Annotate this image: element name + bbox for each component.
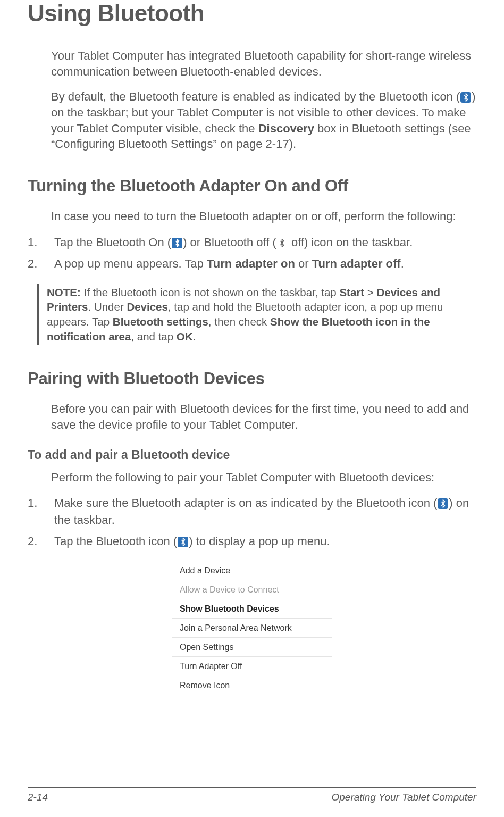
page-title: Using Bluetooth bbox=[28, 0, 476, 27]
step-number: 2. bbox=[28, 533, 37, 550]
context-menu-item[interactable]: Join a Personal Area Network bbox=[172, 619, 332, 638]
section3-intro: Before you can pair with Bluetooth devic… bbox=[51, 401, 476, 432]
step-2: 2. Tap the Bluetooth icon () to display … bbox=[28, 533, 476, 550]
bluetooth-context-menu: Add a DeviceAllow a Device to ConnectSho… bbox=[172, 561, 332, 695]
s2-step2-b: or bbox=[295, 257, 312, 270]
subheading-add-pair: To add and pair a Bluetooth device bbox=[28, 448, 476, 462]
context-menu-item: Allow a Device to Connect bbox=[172, 580, 332, 599]
step-1: 1. Make sure the Bluetooth adapter is on… bbox=[28, 495, 476, 529]
bluetooth-on-icon bbox=[438, 498, 448, 509]
step-number: 1. bbox=[28, 495, 37, 512]
note-start: Start bbox=[339, 286, 364, 298]
bluetooth-on-icon bbox=[178, 537, 188, 547]
note-devices: Devices bbox=[127, 301, 168, 313]
s3-step2-a: Tap the Bluetooth icon ( bbox=[54, 535, 177, 548]
intro-paragraph-2: By default, the Bluetooth feature is ena… bbox=[51, 89, 476, 152]
note-bluetooth-settings: Blue­tooth settings bbox=[113, 315, 208, 328]
steps-pairing: 1. Make sure the Bluetooth adapter is on… bbox=[28, 495, 476, 550]
context-menu-item[interactable]: Open Settings bbox=[172, 638, 332, 657]
page-footer: 2-14 Operating Your Tablet Computer bbox=[28, 787, 476, 803]
note-gt: > bbox=[364, 286, 376, 298]
note-ok: OK bbox=[177, 330, 193, 343]
footer-page-number: 2-14 bbox=[28, 791, 48, 803]
s2-step1-b: ) or Bluetooth off ( bbox=[183, 236, 276, 249]
step-number: 2. bbox=[28, 255, 37, 272]
s2-step2-bold1: Turn adapter on bbox=[207, 257, 295, 270]
note-c: . Under bbox=[88, 301, 127, 313]
note-e: , then check bbox=[208, 315, 270, 328]
note-f: , and tap bbox=[131, 330, 176, 343]
context-menu-item[interactable]: Add a Device bbox=[172, 561, 332, 580]
s2-step1-a: Tap the Bluetooth On ( bbox=[54, 236, 171, 249]
bluetooth-on-icon bbox=[460, 92, 471, 103]
note-label: NOTE: bbox=[47, 286, 81, 298]
s2-step1-c: off) icon on the taskbar. bbox=[288, 236, 413, 249]
footer-chapter-title: Operating Your Tablet Computer bbox=[331, 791, 476, 803]
s3-step2-b: ) to display a pop up menu. bbox=[189, 535, 330, 548]
s2-step2-a: A pop up menu appears. Tap bbox=[54, 257, 207, 270]
step-number: 1. bbox=[28, 234, 37, 251]
context-menu-item[interactable]: Turn Adapter Off bbox=[172, 657, 332, 676]
note-callout: NOTE: If the Bluetooth icon is not shown… bbox=[37, 284, 476, 345]
intro2-bold-discovery: Discovery bbox=[258, 122, 314, 135]
note-g: . bbox=[193, 330, 196, 343]
note-a: If the Bluetooth icon is not shown on th… bbox=[81, 286, 340, 298]
section2-intro: In case you need to turn the Bluetooth a… bbox=[51, 209, 476, 224]
steps-turning-adapter: 1. Tap the Bluetooth On () or Bluetooth … bbox=[28, 234, 476, 272]
context-menu-item[interactable]: Show Bluetooth Devices bbox=[172, 599, 332, 619]
context-menu-item[interactable]: Remove Icon bbox=[172, 676, 332, 695]
section-heading-pairing: Pairing with Bluetooth Devices bbox=[28, 369, 476, 388]
s3-step1-a: Make sure the Bluetooth adapter is on as… bbox=[54, 496, 437, 510]
section-heading-turning: Turning the Bluetooth Adapter On and Off bbox=[28, 177, 476, 196]
s2-step2-c: . bbox=[401, 257, 404, 270]
s3-intro: Perform the following to pair your Table… bbox=[51, 470, 476, 486]
intro-paragraph-1: Your Tablet Computer has integrated Blue… bbox=[51, 48, 476, 79]
bluetooth-on-icon bbox=[172, 238, 182, 248]
step-1: 1. Tap the Bluetooth On () or Bluetooth … bbox=[28, 234, 476, 251]
step-2: 2. A pop up menu appears. Tap Turn adapt… bbox=[28, 255, 476, 272]
intro2-text-a: By default, the Bluetooth feature is ena… bbox=[51, 90, 460, 103]
bluetooth-off-icon bbox=[277, 238, 288, 248]
s2-step2-bold2: Turn adapter off bbox=[312, 257, 401, 270]
